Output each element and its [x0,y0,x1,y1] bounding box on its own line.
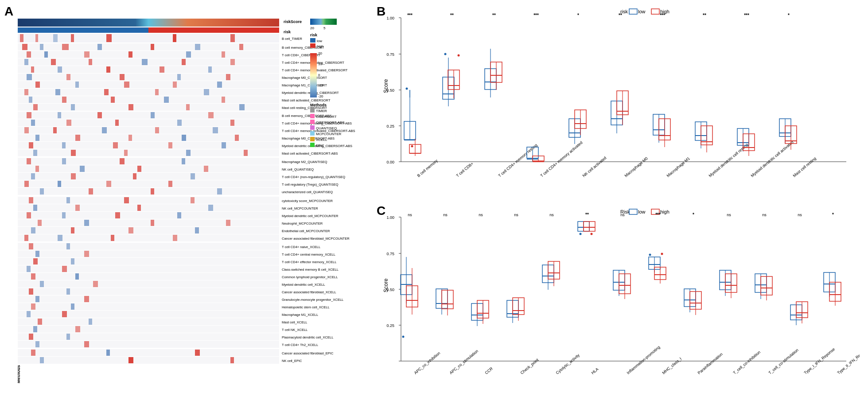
pc-y-050: 0.50 [386,288,394,292]
svg-rect-34 [160,66,164,73]
svg-rect-165 [71,258,74,264]
panel-c: C Risk low high Score 1.00 0.75 0.50 [377,204,864,412]
svg-rect-162 [84,251,89,257]
svg-rect-59 [222,97,225,103]
svg-rect-108 [35,166,39,172]
pb-xlabel-1: B cell memory [416,158,439,178]
panels-bc: B risk low high Score 1.00 0.75 0.50 [377,4,864,416]
row-label-tcd4nr-q: T cell CD4+ (non-regulatory)_QUANTISEQ [282,175,345,179]
svg-rect-41 [226,74,230,80]
svg-rect-194 [29,334,33,340]
svg-rect-125 [151,188,154,194]
svg-rect-132 [18,204,279,211]
svg-rect-20 [128,51,132,58]
pb-xlabel-5: NK cell activated [582,156,607,178]
svg-point-292 [402,336,405,338]
svg-rect-144 [84,220,89,226]
svg-rect-195 [66,334,70,340]
svg-rect-135 [137,205,141,211]
svg-rect-186 [62,311,67,317]
svg-rect-81 [102,127,107,133]
pb-xlabel-4: T cell CD4+ memory activated [540,140,584,178]
svg-rect-189 [89,319,92,325]
svg-rect-94 [168,142,172,148]
svg-rect-198 [84,341,89,347]
svg-rect-95 [222,142,226,148]
svg-rect-44 [75,82,79,88]
row-label-macm2-q: Macrophage M2_QUANTISEQ [282,160,327,164]
svg-rect-31 [31,66,34,73]
legend-mcp-label: MCPCOUNTER [316,132,342,136]
svg-rect-97 [33,150,37,156]
svg-point-220 [411,145,413,148]
pb-sig-3: ** [492,13,496,18]
svg-rect-30 [18,66,279,73]
legend-methods-title: Methods [310,103,327,107]
svg-rect-103 [27,158,31,164]
row-label-tcd4em-x: T cell CD4+ effector memory_XCELL [282,260,336,264]
svg-rect-146 [226,220,230,226]
color-scale-neg10: -10 [318,83,323,87]
pb-legend-low: low [638,9,646,14]
pc-xlabel-8: MHC_class_I [662,357,682,375]
svg-rect-43 [35,82,40,88]
pb-sig-7: *** [660,13,665,18]
svg-rect-78 [18,127,279,134]
pb-y-075: 0.75 [386,52,394,57]
pc-sig-6: ** [585,212,589,217]
svg-point-219 [406,88,408,90]
pb-sig-2: ** [450,13,454,18]
legend-xcell-box [310,137,315,141]
svg-rect-190 [18,326,279,333]
svg-rect-114 [71,173,76,179]
svg-rect-181 [18,303,279,310]
svg-rect-201 [106,350,110,356]
svg-rect-176 [29,288,33,295]
svg-rect-64 [186,104,190,110]
svg-rect-188 [38,319,42,325]
svg-rect-54 [18,96,279,103]
svg-rect-104 [62,158,66,164]
row-label-nk-mcp: NK cell_MCPCOUNTER [282,206,318,210]
svg-rect-55 [29,97,32,103]
mcp-rows: cytotoxicity score_MCPCOUNTER NK cell_MC… [18,197,350,241]
row-label-nk-epic: NK cell_EPIC [282,359,302,363]
svg-rect-58 [164,97,169,103]
svg-rect-91 [29,142,33,148]
svg-rect-57 [111,97,115,103]
legend-riskval-max: 20 [310,26,314,30]
svg-rect-36 [18,74,279,81]
legend-cibersort-box [310,114,315,118]
panel-a: A [4,4,368,416]
svg-rect-156 [173,235,177,241]
methods-bottom-label: Methods [18,365,21,383]
legend-cibabs-label: CIBERSORT-ABS [316,121,345,124]
svg-rect-167 [27,266,31,272]
svg-rect-116 [191,173,195,179]
legend-cibersort-label: CIBERSORT [316,115,337,119]
svg-rect-145 [151,220,154,226]
pc-xlabel-11: T_cell_co-stimulation [768,348,799,375]
svg-rect-65 [239,104,245,110]
svg-rect-187 [18,318,279,325]
svg-rect-147 [18,227,279,234]
pc-legend-low-box [629,209,637,214]
svg-rect-67 [27,112,31,118]
svg-rect-66 [18,112,279,119]
svg-rect-56 [62,97,66,103]
row-label-unch-q: uncharacterized cell_QUANTISEQ [282,190,333,194]
svg-rect-119 [58,181,61,187]
heatmap-svg: riskScore risk [18,18,372,390]
svg-rect-24 [24,59,28,65]
pb-y-000: 0.00 [386,160,394,164]
svg-point-323 [580,233,582,235]
row-label-hsc-x: Hematopoietic stem cell_XCELL [282,305,330,309]
pc-xlabel-9: Parainflammation [697,352,724,375]
row-label-tcd4th2-x: T cell CD4+ Th2_XCELL [282,343,318,347]
svg-rect-88 [182,135,186,141]
pb-xlabel-10: Mast cell resting [792,156,817,178]
svg-rect-122 [18,188,279,195]
pc-legend-low: low [638,209,646,214]
svg-rect-35 [208,66,212,73]
svg-rect-155 [111,235,114,241]
